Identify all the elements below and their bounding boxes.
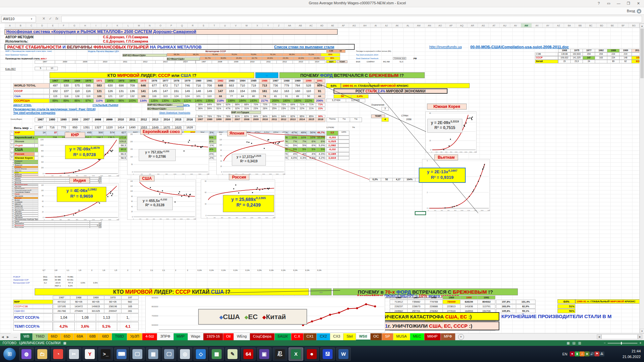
cell[interactable]: 1351 [81, 125, 92, 130]
percent-cell[interactable]: 49,7% [316, 131, 325, 136]
cell[interactable]: 193% [248, 99, 259, 103]
start-button[interactable]: ⊞ [3, 348, 16, 360]
cell[interactable]: 22,0% [309, 57, 325, 60]
cell[interactable]: 158196 [104, 304, 122, 309]
sheet-tab-МКНР[interactable]: МКНР [424, 333, 441, 340]
cell[interactable] [77, 276, 89, 279]
cell[interactable]: 770 [58, 125, 69, 130]
cell[interactable]: 224 [607, 56, 620, 60]
mini-row-label[interactable]: Китай [535, 60, 558, 63]
cell[interactable]: 147 [215, 88, 226, 94]
horizontal-scrollbar[interactable]: ◀ ▶ [597, 334, 642, 339]
cell[interactable]: 91 [281, 94, 292, 98]
column-header[interactable]: W [241, 23, 252, 27]
cell[interactable]: 143472 [70, 304, 88, 309]
rank-cell[interactable] [10, 136, 14, 140]
tray-network-icon[interactable]: 🖧 [599, 351, 604, 356]
cell[interactable]: 10 [47, 67, 58, 70]
sheet-title[interactable]: Ноосферная система «Коррупция и РЫНОК МЕ… [5, 29, 338, 35]
cell[interactable]: 153 [226, 88, 237, 94]
cell[interactable]: 51% [214, 107, 224, 111]
cell[interactable]: 497 [35, 125, 47, 130]
cell[interactable]: 747,5 [64, 282, 77, 285]
cell[interactable]: 80 [248, 94, 259, 98]
year-cell[interactable]: 1975 [138, 79, 149, 83]
cell[interactable]: 204 [583, 52, 595, 56]
year-cell[interactable]: 1987 [408, 296, 425, 299]
cell[interactable]: 778788 [425, 300, 443, 304]
cell[interactable]: 180% [281, 99, 292, 103]
sheet-tab-WStl[interactable]: WStl [356, 333, 370, 340]
cell[interactable] [77, 285, 89, 288]
cell[interactable]: 64% [205, 103, 214, 107]
year-cell[interactable]: 1990 [303, 79, 314, 83]
column-header[interactable]: L [123, 23, 134, 27]
country-list-name[interactable]: Португалия [14, 226, 90, 228]
putty-icon[interactable]: ▩ [209, 347, 224, 361]
cell[interactable]: 224 [607, 52, 620, 56]
year-cell[interactable]: 2015 [173, 117, 184, 122]
cell[interactable]: 110 [72, 88, 83, 94]
cell[interactable]: Период [326, 117, 339, 122]
cell[interactable]: 23,9 [571, 60, 583, 63]
sum3-label[interactable]: КНР <=>Турция [231, 111, 261, 114]
cell[interactable]: 128 [72, 94, 83, 98]
cell[interactable]: 1,6 [98, 269, 110, 273]
cell[interactable]: 2010 [95, 60, 115, 64]
cell[interactable]: 163 [595, 56, 607, 60]
cell[interactable]: 145 [149, 88, 160, 94]
company-cell[interactable]: COMPANY [367, 61, 375, 63]
cell[interactable]: 735882 [408, 300, 425, 304]
cell[interactable]: 222% [303, 99, 314, 103]
steel-markets-link[interactable]: СТАЛЬНЫЕ РЫНКИ [92, 104, 118, 107]
cell[interactable]: 2008 [212, 60, 228, 64]
sheet-tab-65D[interactable]: 65D [61, 333, 74, 340]
crisis-banner-2[interactable]: 1990-91 гг. ГЛАБАЛЬНЫЙ МИРОВОЙ КРИЗИС [575, 299, 639, 304]
cell[interactable]: 1988 [607, 49, 620, 52]
cell[interactable]: 6E+05 [104, 300, 122, 304]
year-cell[interactable]: 2007 [233, 117, 242, 122]
cell[interactable]: 1628 [184, 125, 196, 130]
window-control-button[interactable]: — [614, 0, 624, 7]
window-control-button[interactable]: ❐ [624, 0, 633, 7]
media-player-icon[interactable]: ◎ [178, 347, 192, 361]
executor-value[interactable]: С.Е.Дорошко, Г.П.Самарина [103, 40, 148, 43]
cell[interactable]: 1989 [620, 49, 632, 52]
cell[interactable]: 2 [86, 269, 98, 273]
yearbook-link2[interactable]: Steel Statistical Yearbook [356, 57, 378, 59]
cell[interactable]: 36 980 [52, 279, 64, 282]
cell[interactable]: 804032 [478, 300, 495, 304]
growth-banner[interactable]: РОСТ СТАЛИ 2,4% МИРОВОЙ ЭКОНОМИКИ [334, 88, 447, 94]
sheet-tab-Wage[interactable]: Wage [188, 333, 203, 340]
country-name-cell[interactable]: КНР [14, 131, 35, 136]
cell[interactable]: 0,8 [50, 269, 62, 273]
cell[interactable]: 716 [193, 83, 204, 88]
cell[interactable]: 2011 [115, 60, 135, 64]
cell[interactable]: 134% [138, 99, 149, 103]
cell[interactable]: 132 [127, 94, 138, 98]
cell[interactable]: 2,1 [158, 269, 170, 273]
sheet-tab-1929-16[interactable]: 1929-16 [203, 333, 223, 340]
cell[interactable]: 0,1% [313, 269, 325, 273]
cell[interactable]: 4,2% [53, 322, 75, 331]
rank-cell[interactable]: 1 [10, 131, 14, 136]
year-cell[interactable]: 1969 [72, 79, 83, 83]
rank-cell[interactable]: 4 [10, 148, 14, 152]
sum2-label[interactable]: ЕС+Япон+США= [147, 107, 184, 110]
cell[interactable]: 81 [270, 94, 281, 98]
column-header[interactable]: AT [489, 23, 500, 27]
ussr-row-label[interactable]: СССР/США [13, 99, 50, 103]
yandex-browser-icon[interactable]: Y [83, 347, 97, 361]
year-cell[interactable]: 1967 [53, 296, 70, 299]
cell[interactable]: 30,8% [216, 57, 231, 60]
ford-banner[interactable]: ПОЧЕМУ ФОРД ВСТРЕЧАЛСЯ С БРЕЖНЕВЫМ !? [279, 72, 425, 78]
author-value[interactable]: С.Е.Дорошко, Г.П.Самарина [103, 35, 148, 39]
cell[interactable]: 299947 [104, 309, 122, 313]
cell[interactable]: 101,4% [516, 300, 536, 304]
column-header[interactable]: B [16, 23, 26, 27]
tonnage-note[interactable]: Tonnage is expressed in million tonnes (… [356, 50, 391, 52]
year-cell[interactable]: 1973 [116, 79, 127, 83]
cell[interactable]: 736 [270, 83, 281, 88]
column-header[interactable]: AC [306, 23, 317, 27]
year-cell[interactable]: 1970 [104, 296, 122, 299]
